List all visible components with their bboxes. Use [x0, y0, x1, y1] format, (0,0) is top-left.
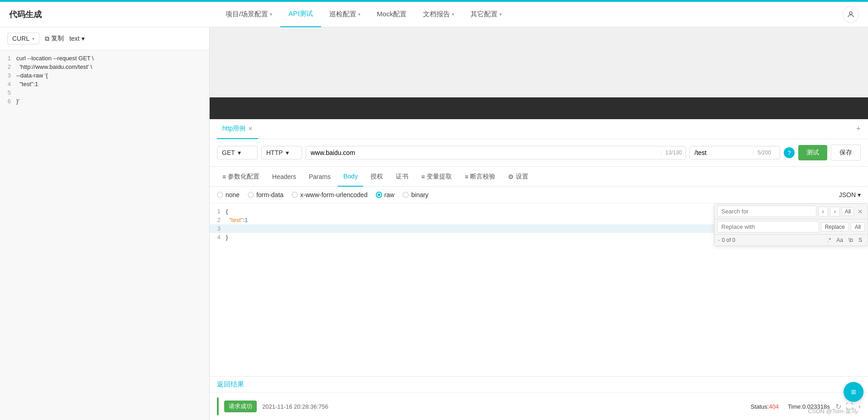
- code-line: 2 'http://www.baidu.com/test' \: [0, 63, 209, 71]
- language-select[interactable]: CURL ▾: [7, 33, 39, 44]
- word-flag-button[interactable]: \b: [847, 237, 855, 244]
- path-input-wrap: 5/200: [690, 146, 780, 159]
- body-options: none form-data x-www-form-urlencoded raw…: [210, 187, 868, 203]
- code-line: 3 --data-raw '{: [0, 71, 209, 80]
- user-avatar[interactable]: [843, 6, 859, 23]
- left-panel: CURL ▾ ⧉ 复制 text ▾ 1 curl --location --r…: [0, 27, 210, 420]
- code-area: 1 curl --location --request GET \ 2 'htt…: [0, 50, 209, 420]
- radio-raw[interactable]: raw: [376, 191, 395, 198]
- s-flag-button[interactable]: S: [857, 237, 864, 244]
- replace-button[interactable]: Replace: [821, 222, 849, 232]
- sub-tab-auth[interactable]: 授权: [365, 167, 388, 187]
- sub-tabs: ≡ 参数化配置 Headers Params Body 授权 证书: [210, 167, 868, 187]
- result-indicator: [217, 397, 219, 415]
- radio-circle: [292, 192, 298, 198]
- radio-circle: [248, 192, 254, 198]
- chevron-down-icon: ▾: [286, 149, 289, 156]
- radio-circle-checked: [376, 192, 382, 198]
- return-result-title[interactable]: 返回结果: [217, 380, 244, 388]
- tab-http-case[interactable]: http用例 ✕: [217, 119, 258, 139]
- header-nav: 项目/场景配置 ▾ API测试 巡检配置 ▾ Mock配置 文档报告 ▾ 其它配…: [217, 2, 843, 27]
- sub-tab-settings[interactable]: ⚙ 设置: [503, 167, 534, 187]
- nav-item-api[interactable]: API测试: [280, 2, 321, 27]
- floating-menu-button[interactable]: ≡: [844, 382, 863, 402]
- sub-tab-headers[interactable]: Headers: [267, 167, 302, 187]
- chevron-down-icon: ▾: [270, 12, 272, 17]
- search-next-button[interactable]: ›: [830, 207, 840, 217]
- chevron-down-icon: ▾: [858, 191, 861, 198]
- replace-row: Replace All: [715, 219, 868, 235]
- replace-input[interactable]: [717, 221, 819, 232]
- url-count: 13/130: [661, 150, 686, 156]
- radio-binary[interactable]: binary: [403, 191, 428, 198]
- language-select-value: CURL: [12, 35, 29, 42]
- case-flag-button[interactable]: Aa: [834, 237, 845, 244]
- search-close-button[interactable]: ✕: [856, 208, 865, 215]
- chevron-down-icon: ▾: [499, 12, 502, 17]
- radio-circle: [403, 192, 409, 198]
- copy-button[interactable]: ⧉ 复制: [45, 34, 64, 43]
- svg-point-0: [849, 12, 852, 14]
- url-input[interactable]: [306, 146, 661, 159]
- nav-item-patrol[interactable]: 巡检配置 ▾: [321, 2, 369, 27]
- code-line: 4 "test":1: [0, 80, 209, 88]
- json-select[interactable]: JSON ▾: [839, 191, 861, 198]
- search-status-row: - 0 of 0 .* Aa \b S: [715, 235, 868, 246]
- code-toolbar: CURL ▾ ⧉ 复制 text ▾: [0, 27, 209, 50]
- radio-form-data[interactable]: form-data: [248, 191, 283, 198]
- search-widget: ‹ › All ✕ Replace All - 0 of 0 .: [714, 203, 868, 246]
- protocol-select[interactable]: HTTP ▾: [261, 146, 302, 159]
- sub-tab-params-config[interactable]: ≡ 参数化配置: [217, 167, 265, 187]
- text-select[interactable]: text ▾: [69, 35, 85, 42]
- search-input[interactable]: [717, 206, 816, 217]
- tabs-bar: http用例 ✕ +: [210, 119, 868, 139]
- sub-tab-var-extract[interactable]: ≡ 变量提取: [416, 167, 457, 187]
- radio-none[interactable]: none: [217, 191, 240, 198]
- return-result-section: 返回结果: [210, 376, 868, 392]
- search-all-button[interactable]: All: [842, 207, 854, 216]
- tab-close-icon[interactable]: ✕: [248, 126, 253, 132]
- sub-tab-cert[interactable]: 证书: [390, 167, 414, 187]
- code-line: 6 }': [0, 97, 209, 106]
- chevron-down-icon: ▾: [32, 36, 34, 41]
- test-button[interactable]: 测试: [798, 145, 827, 160]
- method-select[interactable]: GET ▾: [217, 146, 258, 159]
- nav-item-docs[interactable]: 文档报告 ▾: [415, 2, 462, 27]
- menu-icon: ≡: [851, 387, 856, 397]
- replace-all-button[interactable]: All: [851, 222, 865, 232]
- sub-tab-body[interactable]: Body: [338, 167, 363, 187]
- header: 代码生成 项目/场景配置 ▾ API测试 巡检配置 ▾ Mock配置 文档报告 …: [0, 2, 868, 27]
- search-flags: .* Aa \b S: [825, 237, 864, 244]
- help-icon[interactable]: ?: [784, 147, 795, 158]
- request-row: GET ▾ HTTP ▾ 13/130 5/200 ? 测试 保存: [210, 139, 868, 167]
- nav-item-mock[interactable]: Mock配置: [369, 2, 415, 27]
- result-row: 请求成功 2021-11-16 20:28:36:756 Status:404 …: [210, 392, 868, 420]
- chevron-down-icon: ▾: [452, 12, 454, 17]
- watermark: CSDN @Tom-菜鸟-: [808, 407, 859, 415]
- right-panel: http用例 ✕ + GET ▾ HTTP ▾ 13/130: [210, 27, 868, 420]
- page-title: 代码生成: [9, 9, 217, 20]
- content-card: http用例 ✕ + GET ▾ HTTP ▾ 13/130: [210, 119, 868, 420]
- tab-add-button[interactable]: +: [856, 124, 861, 134]
- code-line: 5: [0, 88, 209, 97]
- sub-tab-params[interactable]: Params: [303, 167, 336, 187]
- code-line: 1 curl --location --request GET \: [0, 54, 209, 63]
- top-image-area: [210, 27, 868, 97]
- main-layout: CURL ▾ ⧉ 复制 text ▾ 1 curl --location --r…: [0, 27, 868, 420]
- status-value: 404: [769, 403, 779, 410]
- search-prev-button[interactable]: ‹: [818, 207, 828, 217]
- result-timestamp: 2021-11-16 20:28:36:756: [262, 403, 328, 410]
- chevron-down-icon: ▾: [82, 35, 85, 42]
- path-input[interactable]: [690, 146, 753, 159]
- dark-bar: [210, 97, 868, 119]
- save-button[interactable]: 保存: [831, 145, 861, 161]
- editor-area: 1 { 2 "test":1 3 4 }: [210, 203, 868, 376]
- nav-item-other[interactable]: 其它配置 ▾: [462, 2, 510, 27]
- url-input-wrap: 13/130: [306, 146, 686, 159]
- nav-item-project[interactable]: 项目/场景配置 ▾: [217, 2, 280, 27]
- sub-tab-assert[interactable]: ≡ 断言校验: [459, 167, 501, 187]
- radio-urlencoded[interactable]: x-www-form-urlencoded: [292, 191, 368, 198]
- copy-icon: ⧉: [45, 35, 49, 43]
- search-collapse-button[interactable]: -: [718, 237, 720, 243]
- regex-flag-button[interactable]: .*: [825, 237, 833, 244]
